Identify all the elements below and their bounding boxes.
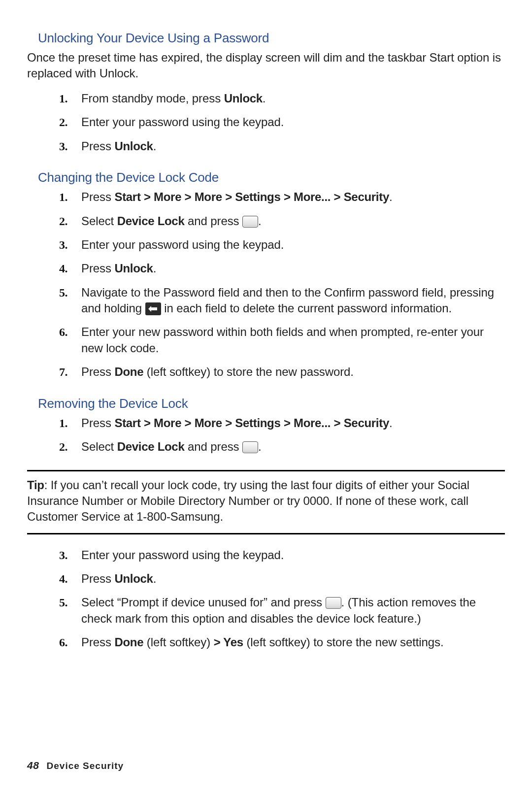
step: 5. Navigate to the Password field and th… (81, 285, 505, 325)
nav-path: Start > More > More > Settings > More...… (114, 190, 389, 203)
page-number: 48 (27, 760, 39, 771)
step-number: 6. (59, 634, 67, 650)
step-text: Select (81, 214, 117, 228)
step-text: Enter your password using the keypad. (81, 548, 284, 562)
ok-button-icon (242, 441, 258, 453)
heading-removing-lock: Removing the Device Lock (38, 395, 505, 412)
steps-removing-lock-b: 3. Enter your password using the keypad.… (27, 547, 505, 659)
step-text: (left softkey) to store the new settings… (243, 635, 444, 649)
unlock-label: Unlock (114, 139, 153, 153)
step: 6. Press Done (left softkey) > Yes (left… (81, 634, 505, 658)
step-text: Press (81, 572, 114, 585)
page-footer: 48 Device Security (27, 759, 124, 772)
step-number: 3. (59, 547, 67, 563)
step: 4. Press Unlock. (81, 571, 505, 595)
step-text: Press (81, 635, 114, 649)
step-text: and press (184, 214, 242, 228)
step-text: . (263, 92, 266, 105)
step: 3. Enter your password using the keypad. (81, 547, 505, 571)
device-lock-label: Device Lock (117, 214, 185, 228)
step-number: 5. (59, 595, 67, 610)
step: 4. Press Unlock. (81, 261, 505, 284)
step: 1. Press Start > More > More > Settings … (81, 189, 505, 213)
step-text: . (389, 190, 393, 203)
step-text: Enter your new password within both fiel… (81, 325, 484, 354)
step-text: Enter your password using the keypad. (81, 115, 284, 129)
step-text: . (389, 416, 393, 430)
step: 3. Press Unlock. (81, 138, 505, 162)
tip-text: : If you can’t recall your lock code, tr… (27, 478, 469, 524)
heading-changing-code: Changing the Device Lock Code (38, 169, 505, 186)
tip-label: Tip (27, 478, 44, 492)
step-text: and press (184, 440, 242, 453)
step-number: 3. (59, 237, 67, 253)
section-title: Device Security (47, 761, 124, 771)
step: 5. Select “Prompt if device unused for” … (81, 595, 505, 634)
manual-page: Unlocking Your Device Using a Password O… (0, 0, 532, 798)
step-text: . (153, 139, 157, 153)
step-text: Press (81, 416, 114, 430)
step-text: Press (81, 262, 114, 275)
steps-changing-code: 1. Press Start > More > More > Settings … (27, 189, 505, 388)
step: 6. Enter your new password within both f… (81, 324, 505, 364)
step: 1. From standby mode, press Unlock. (81, 91, 505, 114)
done-label: Done (114, 635, 143, 649)
step: 2. Select Device Lock and press . (81, 213, 505, 237)
step-number: 1. (59, 91, 67, 106)
step-number: 4. (59, 261, 67, 276)
yes-label: > Yes (214, 635, 243, 649)
step-number: 2. (59, 114, 67, 130)
step-text: Enter your password using the keypad. (81, 238, 284, 251)
step-text: in each field to delete the current pass… (161, 301, 452, 315)
step-number: 1. (59, 189, 67, 205)
done-label: Done (114, 365, 143, 378)
step-text: Select (81, 440, 117, 453)
step-number: 1. (59, 415, 67, 431)
step: 2. Enter your password using the keypad. (81, 114, 505, 138)
step-text: From standby mode, press (81, 92, 224, 105)
step-number: 2. (59, 213, 67, 229)
steps-unlocking: 1. From standby mode, press Unlock. 2. E… (27, 91, 505, 162)
step-text: Press (81, 365, 114, 378)
step-number: 2. (59, 439, 67, 455)
nav-path: Start > More > More > Settings > More...… (114, 416, 389, 430)
ok-button-icon (242, 216, 258, 228)
step-text: (left softkey) (143, 635, 213, 649)
step-text: Press (81, 139, 114, 153)
step-text: . (258, 214, 262, 228)
steps-removing-lock-a: 1. Press Start > More > More > Settings … (27, 415, 505, 463)
step-number: 6. (59, 324, 67, 340)
step: 7. Press Done (left softkey) to store th… (81, 364, 505, 388)
step-number: 3. (59, 138, 67, 154)
step-number: 4. (59, 571, 67, 587)
step: 2. Select Device Lock and press . (81, 439, 505, 463)
unlock-label: Unlock (224, 92, 263, 105)
step: 1. Press Start > More > More > Settings … (81, 415, 505, 439)
step-text: Select “Prompt if device unused for” and… (81, 596, 326, 609)
tip-callout: Tip: If you can’t recall your lock code,… (27, 470, 505, 534)
intro-paragraph: Once the preset time has expired, the di… (27, 50, 505, 82)
step-text: Press (81, 190, 114, 203)
step-number: 5. (59, 285, 67, 300)
unlock-label: Unlock (114, 262, 153, 275)
step-text: . (153, 572, 157, 585)
step-text: (left softkey) to store the new password… (143, 365, 354, 378)
step-text: . (153, 262, 157, 275)
back-delete-icon (145, 302, 161, 315)
unlock-label: Unlock (114, 572, 153, 585)
ok-button-icon (326, 597, 341, 609)
device-lock-label: Device Lock (117, 440, 185, 453)
step: 3. Enter your password using the keypad. (81, 237, 505, 261)
heading-unlocking: Unlocking Your Device Using a Password (38, 30, 505, 47)
step-number: 7. (59, 364, 67, 380)
step-text: . (258, 440, 262, 453)
